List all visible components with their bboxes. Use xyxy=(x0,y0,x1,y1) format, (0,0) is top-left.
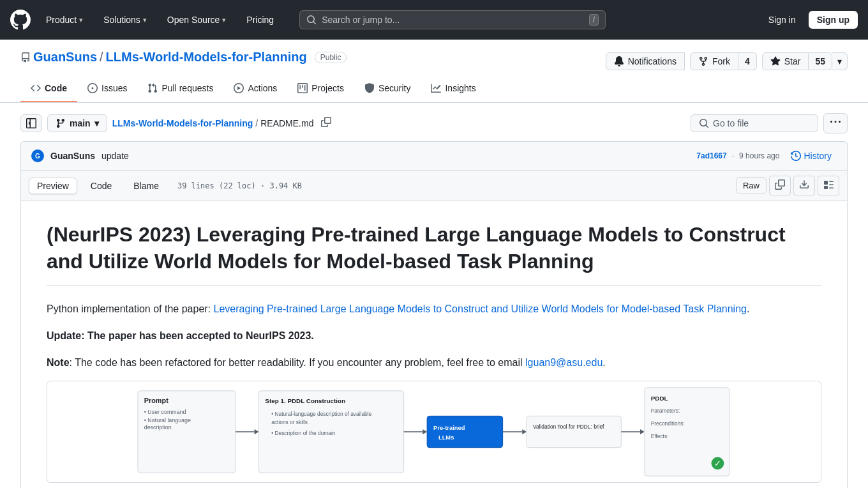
file-path-separator: / xyxy=(255,118,258,128)
branch-icon xyxy=(56,118,66,128)
commit-row: G GuanSuns update 7ad1667 · 9 hours ago … xyxy=(20,141,848,170)
readme-intro: Python implementation of the paper: Leve… xyxy=(47,301,821,317)
more-options-button[interactable] xyxy=(823,113,848,133)
svg-marker-13 xyxy=(423,429,427,434)
download-button[interactable] xyxy=(793,176,815,195)
star-btn-group: Star 55 ▾ xyxy=(762,52,848,70)
svg-text:• Natural language: • Natural language xyxy=(144,417,191,423)
list-icon xyxy=(823,179,834,190)
notifications-button[interactable]: Notifications xyxy=(606,52,685,70)
list-view-button[interactable] xyxy=(818,176,839,195)
readme-email-link[interactable]: lguan9@asu.edu xyxy=(525,357,602,368)
star-icon xyxy=(770,56,781,66)
star-count[interactable]: 55 xyxy=(809,52,832,70)
sidebar-icon xyxy=(26,118,36,128)
diagram-container: Prompt • User command • Natural language… xyxy=(47,381,821,485)
repo-actions: Notifications Fork 4 Star xyxy=(606,52,848,70)
svg-text:• Description of the domain: • Description of the domain xyxy=(271,430,336,436)
svg-text:Validation Tool for PDDL: brie: Validation Tool for PDDL: brief xyxy=(533,423,604,430)
pricing-nav-link[interactable]: Pricing xyxy=(241,12,279,27)
file-tab-preview[interactable]: Preview xyxy=(29,178,77,194)
insights-icon xyxy=(431,82,441,93)
svg-marker-6 xyxy=(255,429,259,434)
file-area: main ▾ LLMs-World-Models-for-Planning / … xyxy=(0,103,868,488)
commit-message: update xyxy=(101,151,129,161)
commit-hash-link[interactable]: 7ad1667 xyxy=(696,151,726,160)
tab-code[interactable]: Code xyxy=(20,75,77,102)
repo-name-link[interactable]: LLMs-World-Models-for-Planning xyxy=(106,50,307,65)
svg-text:LLMs: LLMs xyxy=(438,434,454,441)
tab-insights[interactable]: Insights xyxy=(421,75,486,102)
github-logo[interactable] xyxy=(10,10,31,30)
file-path-repo-link[interactable]: LLMs-World-Models-for-Planning xyxy=(112,118,253,128)
file-tab-code[interactable]: Code xyxy=(82,178,120,194)
svg-text:PDDL: PDDL xyxy=(651,395,668,402)
svg-text:Preconditions:: Preconditions: xyxy=(651,420,685,427)
actions-icon xyxy=(234,82,244,93)
solutions-chevron-icon: ▾ xyxy=(143,16,147,24)
diagram-svg: Prompt • User command • Natural language… xyxy=(47,381,821,483)
readme-update: Update: The paper has been accepted to N… xyxy=(47,328,821,344)
tab-projects[interactable]: Projects xyxy=(287,75,354,102)
go-to-file-button[interactable]: Go to file xyxy=(691,114,818,132)
bell-icon xyxy=(614,56,624,66)
solutions-nav-link[interactable]: Solutions ▾ xyxy=(98,12,152,27)
tab-security[interactable]: Security xyxy=(354,75,421,102)
top-nav: Product ▾ Solutions ▾ Open Source ▾ Pric… xyxy=(0,0,868,40)
svg-text:Effects:: Effects: xyxy=(651,433,669,439)
search-placeholder-text: Search or jump to... xyxy=(322,15,584,25)
repo-tabs: Code Issues Pull requests xyxy=(20,75,848,102)
star-dropdown-button[interactable]: ▾ xyxy=(832,52,848,70)
tab-issues[interactable]: Issues xyxy=(77,75,137,102)
commit-time: 9 hours ago xyxy=(739,151,779,160)
svg-text:• Natural-language description: • Natural-language description of availa… xyxy=(271,411,371,418)
commit-meta: 7ad1667 · 9 hours ago xyxy=(696,151,779,160)
fork-count[interactable]: 4 xyxy=(738,52,757,70)
product-chevron-icon: ▾ xyxy=(79,16,83,24)
repo-icon xyxy=(20,52,31,63)
repo-header: GuanSuns / LLMs-World-Models-for-Plannin… xyxy=(0,40,868,103)
file-breadcrumb-bar: main ▾ LLMs-World-Models-for-Planning / … xyxy=(20,113,848,133)
fork-icon xyxy=(698,56,708,66)
security-icon xyxy=(364,82,375,93)
repo-owner-link[interactable]: GuanSuns xyxy=(33,50,97,65)
kebab-horizontal-icon xyxy=(830,117,841,127)
signin-button[interactable]: Sign in xyxy=(761,11,804,28)
svg-rect-19 xyxy=(527,416,621,448)
open-source-nav-link[interactable]: Open Source ▾ xyxy=(162,12,232,27)
breadcrumb: GuanSuns / LLMs-World-Models-for-Plannin… xyxy=(20,50,347,65)
signup-button[interactable]: Sign up xyxy=(809,11,858,29)
code-icon xyxy=(31,82,41,93)
search-input[interactable]: Search or jump to... / xyxy=(299,10,606,29)
readme-paper-link[interactable]: Leveraging Pre-trained Large Language Mo… xyxy=(214,303,747,314)
raw-button[interactable]: Raw xyxy=(736,177,767,194)
commit-author-avatar: G xyxy=(31,149,44,162)
file-tab-blame[interactable]: Blame xyxy=(125,178,167,194)
svg-text:Parameters:: Parameters: xyxy=(651,408,680,415)
copy-path-button[interactable] xyxy=(318,114,334,132)
commit-author-name[interactable]: GuanSuns xyxy=(50,151,95,161)
svg-text:Pre-trained: Pre-trained xyxy=(433,425,465,431)
sidebar-toggle-button[interactable] xyxy=(20,114,42,132)
copy-icon xyxy=(321,117,331,127)
fork-button[interactable]: Fork xyxy=(690,52,738,70)
commit-dot-separator: · xyxy=(732,151,734,160)
branch-selector[interactable]: main ▾ xyxy=(47,114,107,132)
fork-btn-group: Fork 4 xyxy=(690,52,757,70)
top-nav-actions: Sign in Sign up xyxy=(761,11,858,29)
file-view-header: Preview Code Blame 39 lines (22 loc) · 3… xyxy=(20,170,848,201)
svg-text:Prompt: Prompt xyxy=(144,397,168,404)
svg-text:Step 1. PDDL Construction: Step 1. PDDL Construction xyxy=(265,397,345,404)
file-path: LLMs-World-Models-for-Planning / README.… xyxy=(112,118,314,128)
open-source-chevron-icon: ▾ xyxy=(222,16,226,24)
tab-pull-requests[interactable]: Pull requests xyxy=(137,75,223,102)
copy-raw-button[interactable] xyxy=(769,176,791,195)
history-button[interactable]: History xyxy=(786,148,837,164)
search-small-icon xyxy=(699,118,709,128)
search-bar-container[interactable]: Search or jump to... / xyxy=(299,10,606,29)
file-path-current: README.md xyxy=(260,118,313,128)
svg-text:✓: ✓ xyxy=(714,459,721,469)
tab-actions[interactable]: Actions xyxy=(223,75,287,102)
product-nav-link[interactable]: Product ▾ xyxy=(41,12,88,27)
star-button[interactable]: Star xyxy=(762,52,809,70)
